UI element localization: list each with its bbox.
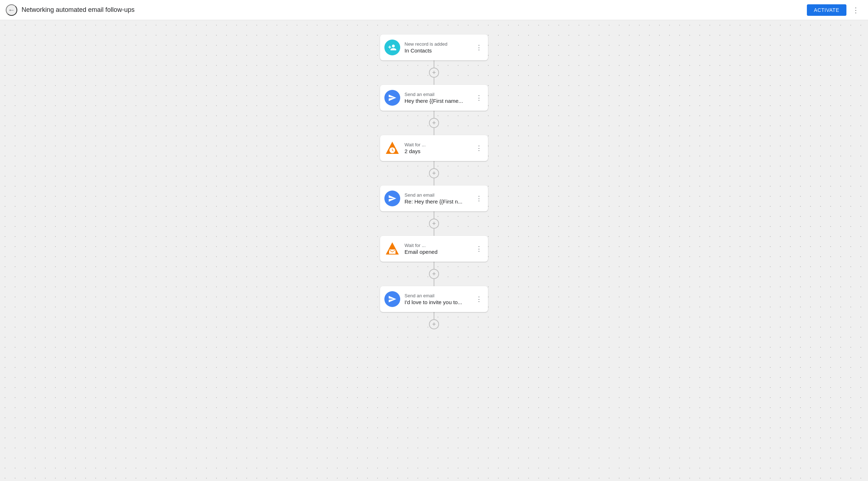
connector-last: +: [429, 312, 439, 329]
wait-email-icon: [384, 241, 400, 257]
card-content-step-email-1: Send an email Hey there {{First name...: [405, 92, 470, 104]
card-more-step-wait-1[interactable]: ⋮: [474, 143, 484, 154]
add-step-button-3[interactable]: +: [429, 219, 439, 229]
card-content-step-email-2: Send an email Re: Hey there {{First n...: [405, 192, 470, 205]
flow-card-step-wait-1[interactable]: Wait for ... 2 days ⋮: [380, 135, 488, 161]
connector-line-top-0: [434, 60, 434, 68]
flow-canvas: New record is added In Contacts ⋮ + Send…: [0, 20, 868, 481]
back-button[interactable]: ←: [6, 4, 17, 16]
card-more-step-email-1[interactable]: ⋮: [474, 92, 484, 103]
card-content-step-wait-2: Wait for ... Email opened: [405, 243, 470, 255]
connector-line-bottom-1: [434, 128, 434, 135]
page-title: Networking automated email follow-ups: [22, 6, 134, 14]
card-title-step-email-3: I'd love to invite you to...: [405, 299, 470, 305]
flow-card-step-trigger[interactable]: New record is added In Contacts ⋮: [380, 35, 488, 60]
header-left: ← Networking automated email follow-ups: [6, 4, 807, 16]
flow-card-step-email-1[interactable]: Send an email Hey there {{First name... …: [380, 85, 488, 111]
connector-line-bottom-3: [434, 229, 434, 236]
card-content-step-trigger: New record is added In Contacts: [405, 41, 470, 54]
add-step-button-1[interactable]: +: [429, 118, 439, 128]
add-person-icon: [384, 40, 400, 55]
card-label-step-wait-2: Wait for ...: [405, 243, 470, 248]
card-label-step-email-2: Send an email: [405, 192, 470, 198]
connector-1: +: [429, 111, 439, 135]
connector-line-bottom-2: [434, 178, 434, 185]
add-step-button-last[interactable]: +: [429, 319, 439, 329]
connector-line-bottom-0: [434, 78, 434, 85]
flow-container: New record is added In Contacts ⋮ + Send…: [376, 35, 492, 459]
card-title-step-email-1: Hey there {{First name...: [405, 98, 470, 104]
activate-button[interactable]: ACTIVATE: [807, 4, 846, 16]
add-step-button-4[interactable]: +: [429, 269, 439, 279]
add-step-button-2[interactable]: +: [429, 168, 439, 178]
connector-3: +: [429, 211, 439, 236]
header-right: ACTIVATE ⋮: [807, 4, 862, 16]
connector-line-top-2: [434, 161, 434, 168]
svg-rect-3: [389, 249, 396, 254]
add-step-button-0[interactable]: +: [429, 68, 439, 78]
card-content-step-email-3: Send an email I'd love to invite you to.…: [405, 293, 470, 305]
card-title-step-wait-1: 2 days: [405, 148, 470, 154]
card-title-step-email-2: Re: Hey there {{First n...: [405, 198, 470, 205]
connector-line-top-4: [434, 262, 434, 269]
card-title-step-trigger: In Contacts: [405, 47, 470, 54]
card-more-step-trigger[interactable]: ⋮: [474, 42, 484, 53]
connector-line-bottom-4: [434, 279, 434, 286]
send-email-icon: [384, 191, 400, 206]
send-email-icon: [384, 291, 400, 307]
card-more-step-wait-2[interactable]: ⋮: [474, 243, 484, 254]
card-more-step-email-3[interactable]: ⋮: [474, 294, 484, 304]
connector-4: +: [429, 262, 439, 286]
header-more-icon[interactable]: ⋮: [849, 4, 862, 16]
connector-2: +: [429, 161, 439, 185]
card-more-step-email-2[interactable]: ⋮: [474, 193, 484, 204]
card-label-step-trigger: New record is added: [405, 41, 470, 47]
send-email-icon: [384, 90, 400, 106]
card-title-step-wait-2: Email opened: [405, 249, 470, 255]
connector-line-top-3: [434, 211, 434, 219]
card-content-step-wait-1: Wait for ... 2 days: [405, 142, 470, 154]
card-label-step-email-1: Send an email: [405, 92, 470, 97]
flow-card-step-email-3[interactable]: Send an email I'd love to invite you to.…: [380, 286, 488, 312]
flow-card-step-wait-2[interactable]: Wait for ... Email opened ⋮: [380, 236, 488, 262]
wait-clock-icon: [384, 140, 400, 156]
connector-0: +: [429, 60, 439, 85]
connector-line-top-1: [434, 111, 434, 118]
flow-card-step-email-2[interactable]: Send an email Re: Hey there {{First n...…: [380, 185, 488, 211]
card-label-step-wait-1: Wait for ...: [405, 142, 470, 147]
card-label-step-email-3: Send an email: [405, 293, 470, 298]
connector-line-last: [434, 312, 434, 319]
header: ← Networking automated email follow-ups …: [0, 0, 868, 20]
